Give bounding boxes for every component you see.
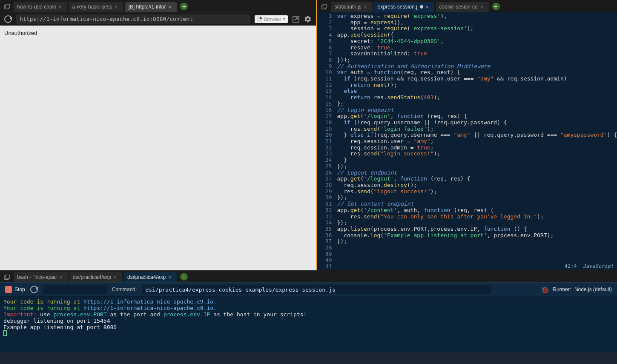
terminal-pane: bash - "nico-apac × dsi/practica4/exp × … xyxy=(0,270,617,352)
tab-stack-icon[interactable] xyxy=(3,273,12,282)
stop-button[interactable]: Stop xyxy=(5,286,25,293)
tab-label: express-session.j xyxy=(378,4,417,10)
gear-icon[interactable] xyxy=(304,15,312,23)
cursor-icon xyxy=(3,330,7,336)
preview-tabs: how-to-use-cooki × a-very-basic-sess × [… xyxy=(0,0,316,12)
url-input[interactable] xyxy=(16,14,250,24)
close-icon[interactable]: × xyxy=(168,4,173,9)
tab-label: dsi/practica4/exp xyxy=(73,274,111,280)
tab-label: how-to-use-cooki xyxy=(17,4,56,10)
chevron-down-icon: ▾ xyxy=(283,16,285,22)
editor-tabs: staticauth.js × express-session.j × cook… xyxy=(317,0,617,12)
console-output[interactable]: Your code is running at https://1-inform… xyxy=(0,297,617,352)
svg-rect-4 xyxy=(323,4,327,8)
svg-rect-1 xyxy=(6,4,10,8)
tab-label: a-very-basic-sess xyxy=(72,4,112,10)
svg-rect-6 xyxy=(6,275,10,278)
language-mode[interactable]: JavaScript xyxy=(583,263,614,269)
command-label: Command: xyxy=(112,287,137,292)
editor-status-bar: 42:4 JavaScript xyxy=(565,262,614,270)
tab-label: [B] https://1-infor xyxy=(128,4,166,10)
tab-staticauth[interactable]: staticauth.js × xyxy=(331,2,372,12)
tab-label: dsi/practica4/exp xyxy=(127,274,166,280)
tab-express-session[interactable]: express-session.j × xyxy=(374,2,434,12)
url-bar: Browser ▾ xyxy=(0,12,316,26)
add-tab-button[interactable]: + xyxy=(180,3,188,10)
close-icon[interactable]: × xyxy=(114,275,119,280)
code-content[interactable]: var express = require('express'), app = … xyxy=(334,12,617,270)
preview-body: Unauthorized xyxy=(0,26,316,270)
close-icon[interactable]: × xyxy=(168,275,173,280)
dirty-icon xyxy=(420,5,423,9)
close-icon[interactable]: × xyxy=(59,275,64,280)
tab-label: bash - "nico-apac xyxy=(17,274,57,280)
close-icon[interactable]: × xyxy=(480,4,485,9)
page-icon xyxy=(257,16,262,22)
tab-label: cookie-sesion-co xyxy=(439,4,478,10)
reload-icon[interactable] xyxy=(4,15,12,23)
preview-pane: how-to-use-cooki × a-very-basic-sess × [… xyxy=(0,0,317,270)
add-tab-button[interactable]: + xyxy=(180,273,188,281)
tab-runner-2[interactable]: dsi/practica4/exp × xyxy=(124,272,177,282)
tab-stack-icon[interactable] xyxy=(320,3,329,12)
tab-browser-preview[interactable]: [B] https://1-infor × xyxy=(125,2,177,12)
tab-a-very-basic-session[interactable]: a-very-basic-sess × xyxy=(69,2,123,12)
tab-how-to-use-cookies[interactable]: how-to-use-cooki × xyxy=(14,2,67,12)
browser-label: Browser xyxy=(264,17,281,22)
bug-icon[interactable]: 🐞 xyxy=(541,286,549,294)
run-bar: Stop Command: 🐞 Runner: Node.js (default… xyxy=(0,282,617,297)
runner-label: Runner: xyxy=(553,287,571,292)
close-icon[interactable]: × xyxy=(426,4,431,9)
code-editor[interactable]: 1234567891011121314151617181920212223242… xyxy=(317,12,617,270)
close-icon[interactable]: × xyxy=(115,4,120,9)
editor-pane: staticauth.js × express-session.j × cook… xyxy=(317,0,617,270)
restart-icon[interactable] xyxy=(30,286,38,293)
tab-cookie-session[interactable]: cookie-sesion-co × xyxy=(436,2,489,12)
close-icon[interactable]: × xyxy=(58,4,63,9)
line-gutter: 1234567891011121314151617181920212223242… xyxy=(317,12,334,270)
tab-label: staticauth.js xyxy=(334,4,361,10)
close-icon[interactable]: × xyxy=(364,4,369,9)
preview-text: Unauthorized xyxy=(4,30,37,36)
stop-icon xyxy=(5,286,12,293)
terminal-tabs: bash - "nico-apac × dsi/practica4/exp × … xyxy=(0,270,617,282)
browser-dropdown[interactable]: Browser ▾ xyxy=(255,15,288,23)
name-input[interactable] xyxy=(43,285,107,294)
command-input[interactable] xyxy=(142,285,491,294)
tab-runner-1[interactable]: dsi/practica4/exp × xyxy=(69,272,122,282)
tab-stack-icon[interactable] xyxy=(3,3,12,12)
add-tab-button[interactable]: + xyxy=(492,3,500,10)
popout-icon[interactable] xyxy=(292,15,300,23)
cursor-position: 42:4 xyxy=(565,263,577,269)
tab-bash[interactable]: bash - "nico-apac × xyxy=(14,272,68,282)
runner-value[interactable]: Node.js (default) xyxy=(574,287,612,292)
stop-label: Stop xyxy=(14,287,25,292)
